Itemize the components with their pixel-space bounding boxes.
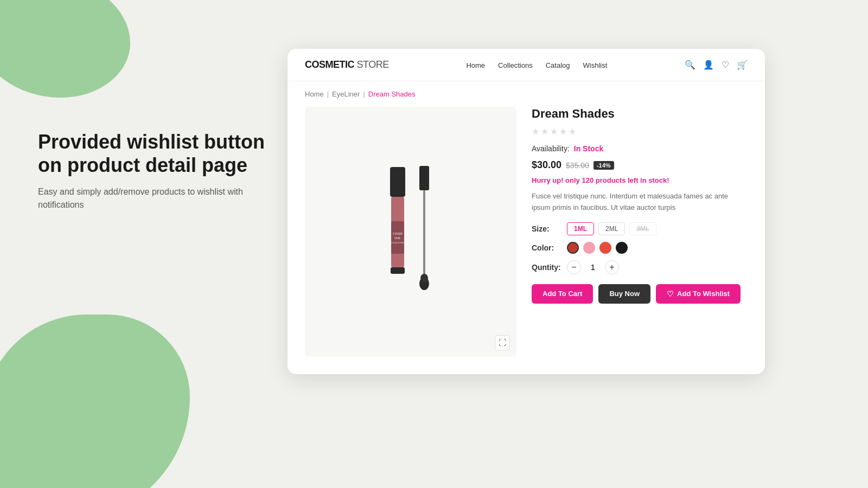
star-3: ★	[550, 126, 558, 137]
nav-item-catalog[interactable]: Catalog	[546, 60, 570, 70]
breadcrumb-current: Dream Shades	[368, 90, 416, 98]
product-info: Dream Shades ★ ★ ★ ★ ★ Availability: In …	[516, 107, 748, 357]
user-icon[interactable]: 👤	[703, 60, 714, 70]
quantity-increase[interactable]: +	[605, 260, 619, 274]
expand-icon[interactable]: ⛶	[495, 335, 510, 350]
color-swatch-2[interactable]	[583, 242, 595, 254]
color-swatch-1[interactable]	[567, 242, 579, 254]
hurry-text: Hurry up! only 120 products left in stoc…	[532, 176, 748, 184]
product-section: COVER GIRL NOVA JEWEL	[288, 107, 765, 374]
search-icon[interactable]: 🔍	[685, 60, 695, 70]
size-options: 1ML 2ML 3ML	[567, 222, 656, 235]
nav-item-wishlist[interactable]: Wishlist	[583, 60, 608, 70]
nav-links: Home Collections Catalog Wishlist	[466, 60, 607, 70]
nav-item-home[interactable]: Home	[466, 60, 485, 70]
hurry-count: 120	[582, 176, 593, 184]
size-1ml[interactable]: 1ML	[567, 222, 594, 235]
nav-logo: COSMETIC STORE	[305, 59, 389, 70]
quantity-label: Quntity:	[532, 263, 561, 272]
breadcrumb: Home | EyeLiner | Dream Shades	[288, 81, 765, 107]
product-image: COVER GIRL NOVA JEWEL	[367, 162, 454, 303]
product-description: Fusce vel tristique nunc. Interdum et ma…	[532, 191, 748, 214]
svg-rect-7	[419, 166, 429, 190]
wishlist-heart-icon: ♡	[667, 290, 674, 298]
price-current: $30.00	[532, 159, 561, 171]
svg-point-10	[420, 274, 428, 282]
star-1: ★	[532, 126, 539, 137]
product-title: Dream Shades	[532, 107, 748, 121]
star-5: ★	[569, 126, 576, 137]
color-swatch-4[interactable]	[616, 242, 628, 254]
quantity-control: − 1 +	[567, 260, 619, 274]
color-row: Color:	[532, 242, 748, 254]
left-description: Easy and simply add/remove products to w…	[38, 185, 266, 211]
availability-row: Availability: In Stock	[532, 144, 748, 153]
product-image-container: COVER GIRL NOVA JEWEL	[305, 107, 516, 357]
add-to-wishlist-button[interactable]: ♡ Add To Wishlist	[656, 284, 741, 304]
content-area: Home | EyeLiner | Dream Shades	[288, 81, 765, 374]
breadcrumb-home[interactable]: Home	[305, 90, 324, 98]
browser-card: COSMETIC STORE Home Collections Catalog …	[288, 49, 765, 374]
quantity-value: 1	[588, 262, 598, 272]
product-stars: ★ ★ ★ ★ ★	[532, 126, 748, 137]
logo-regular: STORE	[354, 59, 389, 70]
svg-text:GIRL: GIRL	[394, 236, 401, 240]
star-4: ★	[559, 126, 567, 137]
price-row: $30.00 $35.00 -14%	[532, 159, 748, 171]
svg-rect-6	[391, 267, 405, 274]
quantity-decrease[interactable]: −	[567, 260, 581, 274]
quantity-row: Quntity: − 1 +	[532, 260, 748, 274]
wishlist-label: Add To Wishlist	[677, 290, 730, 298]
availability-label: Availability:	[532, 144, 570, 153]
blob-bottom-left	[0, 314, 190, 488]
breadcrumb-sep1: |	[327, 90, 329, 98]
color-options	[567, 242, 628, 254]
svg-rect-8	[423, 190, 425, 277]
svg-text:COVER: COVER	[393, 232, 403, 235]
left-panel: Provided wishlist button on product deta…	[38, 130, 266, 211]
price-badge: -14%	[593, 161, 614, 170]
left-heading: Provided wishlist button on product deta…	[38, 130, 266, 177]
breadcrumb-category[interactable]: EyeLiner	[332, 90, 360, 98]
price-original: $35.00	[566, 161, 589, 170]
star-2: ★	[541, 126, 548, 137]
blob-top-left	[0, 0, 130, 98]
size-2ml[interactable]: 2ML	[598, 222, 625, 235]
action-buttons: Add To Cart Buy Now ♡ Add To Wishlist	[532, 284, 748, 304]
nav-icons: 🔍 👤 ♡ 🛒	[685, 60, 748, 70]
nav-item-collections[interactable]: Collections	[498, 60, 533, 70]
cart-icon[interactable]: 🛒	[737, 60, 748, 70]
hurry-after: products left in stock!	[593, 176, 669, 184]
logo-bold: COSMETIC	[305, 59, 354, 70]
size-3ml[interactable]: 3ML	[629, 222, 656, 235]
breadcrumb-sep2: |	[363, 90, 365, 98]
add-to-cart-button[interactable]: Add To Cart	[532, 284, 593, 304]
heart-icon[interactable]: ♡	[722, 60, 729, 70]
availability-value: In Stock	[574, 144, 603, 153]
size-label: Size:	[532, 224, 561, 233]
color-swatch-3[interactable]	[599, 242, 611, 254]
color-label: Color:	[532, 243, 561, 252]
nav-header: COSMETIC STORE Home Collections Catalog …	[288, 49, 765, 81]
svg-text:NOVA JEWEL: NOVA JEWEL	[391, 241, 405, 244]
hurry-before: Hurry up! only	[532, 176, 582, 184]
size-row: Size: 1ML 2ML 3ML	[532, 222, 748, 235]
buy-now-button[interactable]: Buy Now	[598, 284, 650, 304]
svg-rect-0	[390, 167, 405, 197]
